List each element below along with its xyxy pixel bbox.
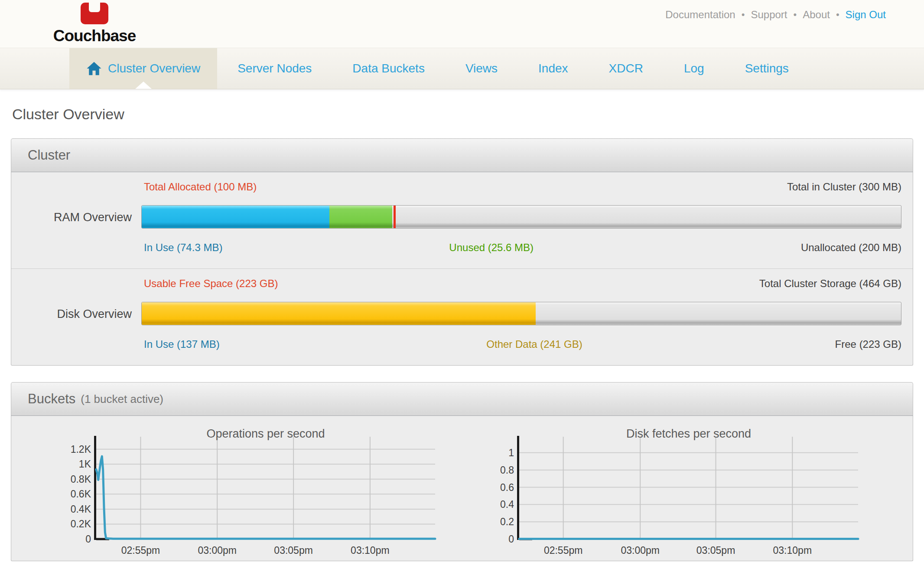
- tab-xdcr[interactable]: XDCR: [589, 48, 664, 89]
- page-title: Cluster Overview: [12, 106, 924, 123]
- tab-label: Views: [465, 62, 498, 75]
- bar-segment-other-data: [142, 302, 536, 325]
- ram-unused: Unused (25.6 MB): [449, 242, 534, 254]
- svg-text:0.6K: 0.6K: [71, 488, 91, 500]
- couchbase-logo-icon: [81, 3, 108, 26]
- disk-usable-free-space: Usable Free Space (223 GB): [141, 278, 278, 290]
- bar-segment-unused: [329, 206, 392, 228]
- cluster-panel-title: Cluster: [28, 147, 70, 163]
- main-nav: Cluster Overview Server Nodes Data Bucke…: [0, 48, 924, 89]
- svg-text:Disk fetches per second: Disk fetches per second: [626, 428, 751, 440]
- svg-text:0: 0: [508, 533, 514, 545]
- disk-usage-bar: [141, 302, 901, 325]
- svg-text:02:55pm: 02:55pm: [544, 545, 583, 556]
- svg-text:0.8: 0.8: [500, 464, 514, 476]
- svg-text:0.4: 0.4: [500, 499, 514, 510]
- svg-text:1K: 1K: [79, 458, 91, 470]
- ram-in-use: In Use (74.3 MB): [141, 242, 222, 254]
- svg-text:0.2K: 0.2K: [71, 518, 91, 530]
- tab-label: Server Nodes: [238, 62, 312, 75]
- sign-out-link[interactable]: Sign Out: [846, 9, 886, 21]
- disk-free: Free (223 GB): [835, 338, 901, 350]
- svg-text:1.2K: 1.2K: [71, 444, 91, 455]
- couchbase-logo: Couchbase: [49, 3, 140, 45]
- documentation-link[interactable]: Documentation: [665, 9, 735, 21]
- disk-other-data: Other Data (241 GB): [486, 338, 582, 350]
- buckets-panel-header: Buckets (1 bucket active): [11, 382, 913, 416]
- tab-label: Data Buckets: [352, 62, 425, 75]
- svg-text:0.8K: 0.8K: [71, 474, 91, 485]
- disk-overview-label: Disk Overview: [11, 278, 141, 350]
- tab-cluster-overview[interactable]: Cluster Overview: [69, 48, 217, 89]
- link-separator: •: [793, 9, 797, 20]
- buckets-panel-body: 1.2K1K0.8K0.6K0.4K0.2K002:55pm03:00pm03:…: [11, 416, 913, 561]
- buckets-active-count: (1 bucket active): [81, 392, 163, 406]
- svg-text:03:10pm: 03:10pm: [351, 545, 390, 556]
- logo-wordmark: Couchbase: [53, 27, 136, 45]
- app-header: Couchbase Documentation • Support • Abou…: [0, 0, 924, 48]
- tab-server-nodes[interactable]: Server Nodes: [217, 48, 332, 89]
- svg-text:03:10pm: 03:10pm: [773, 545, 812, 556]
- tab-log[interactable]: Log: [664, 48, 725, 89]
- svg-text:0.2: 0.2: [500, 516, 514, 527]
- buckets-panel-title: Buckets: [28, 391, 75, 407]
- disk-total-cluster-storage: Total Cluster Storage (464 GB): [759, 278, 901, 290]
- link-separator: •: [836, 9, 839, 20]
- ram-total-in-cluster: Total in Cluster (300 MB): [787, 181, 901, 193]
- svg-text:Operations per second: Operations per second: [206, 428, 325, 440]
- svg-text:02:55pm: 02:55pm: [121, 545, 160, 556]
- home-icon: [86, 61, 102, 76]
- content: Cluster Overview Cluster RAM Overview To…: [0, 89, 924, 561]
- disk-in-use: In Use (137 MB): [141, 338, 220, 350]
- about-link[interactable]: About: [803, 9, 830, 21]
- disk-fetches-per-second-chart[interactable]: 10.80.60.40.2002:55pm03:00pm03:05pm03:10…: [488, 428, 861, 561]
- ram-usage-bar: [141, 205, 901, 229]
- tab-label: Settings: [745, 62, 789, 75]
- active-tab-notch: [135, 82, 152, 89]
- cluster-panel-body: RAM Overview Total Allocated (100 MB) To…: [11, 172, 913, 366]
- utility-links: Documentation • Support • About • Sign O…: [665, 9, 886, 21]
- tab-settings[interactable]: Settings: [725, 48, 809, 89]
- svg-text:03:05pm: 03:05pm: [696, 545, 735, 556]
- tab-index[interactable]: Index: [518, 48, 589, 89]
- svg-text:03:00pm: 03:00pm: [198, 545, 237, 556]
- ram-overview-label: RAM Overview: [11, 181, 141, 254]
- support-link[interactable]: Support: [751, 9, 787, 21]
- svg-text:03:00pm: 03:00pm: [621, 545, 660, 556]
- tab-views[interactable]: Views: [445, 48, 518, 89]
- buckets-panel: Buckets (1 bucket active) 1.2K1K0.8K0.6K…: [11, 382, 913, 561]
- cluster-panel-header: Cluster: [11, 138, 913, 172]
- svg-text:0.4K: 0.4K: [71, 504, 91, 515]
- svg-text:0.6: 0.6: [500, 482, 514, 493]
- ram-total-allocated: Total Allocated (100 MB): [141, 181, 257, 193]
- cluster-panel: Cluster RAM Overview Total Allocated (10…: [11, 138, 913, 366]
- svg-text:03:05pm: 03:05pm: [274, 545, 313, 556]
- operations-per-second-chart[interactable]: 1.2K1K0.8K0.6K0.4K0.2K002:55pm03:00pm03:…: [65, 428, 438, 561]
- tab-data-buckets[interactable]: Data Buckets: [332, 48, 445, 89]
- bar-segment-in-use: [142, 206, 329, 228]
- tab-label: Cluster Overview: [108, 62, 200, 75]
- ram-overview-row: RAM Overview Total Allocated (100 MB) To…: [11, 172, 913, 268]
- allocated-marker: [394, 206, 396, 228]
- tab-label: Log: [684, 62, 704, 75]
- tab-label: Index: [538, 62, 568, 75]
- disk-overview-row: Disk Overview Usable Free Space (223 GB)…: [11, 268, 913, 365]
- svg-text:0: 0: [85, 533, 91, 545]
- ram-unallocated: Unallocated (200 MB): [801, 242, 901, 254]
- link-separator: •: [742, 9, 745, 20]
- svg-text:1: 1: [508, 447, 514, 458]
- tab-label: XDCR: [609, 62, 643, 75]
